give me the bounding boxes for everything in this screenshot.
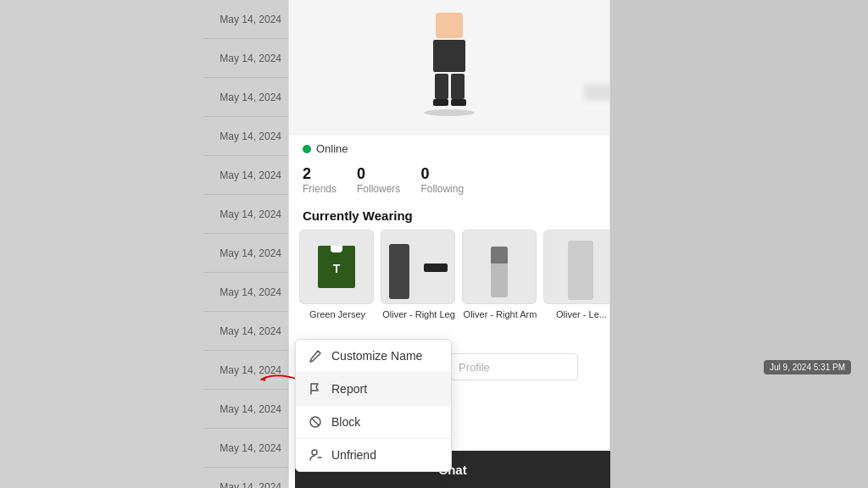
date-row: May 14, 2024 — [203, 312, 288, 351]
avatar — [415, 13, 483, 131]
partial-thumbnail — [543, 230, 609, 304]
timestamp-bubble: Jul 9, 2024 5:31 PM — [764, 360, 851, 374]
wearing-item-jersey[interactable]: T Green Jersey — [299, 230, 376, 320]
arm-thumbnail — [462, 230, 537, 304]
stats-row: 2 Friends 0 Followers 0 Following — [289, 158, 609, 205]
avatar-shadow — [424, 109, 475, 116]
online-label: Online — [316, 142, 348, 155]
online-indicator — [303, 145, 311, 153]
generic-figure — [568, 241, 593, 300]
avatar-shoes — [415, 99, 483, 106]
avatar-legs — [415, 74, 483, 99]
profile-search-box[interactable]: Profile — [451, 353, 578, 380]
avatar-body — [433, 40, 465, 72]
avatar-leg-right — [451, 74, 465, 99]
followers-count: 0 — [357, 165, 400, 183]
block-icon — [308, 414, 323, 430]
stat-friends: 2 Friends — [303, 165, 337, 195]
svg-point-2 — [312, 450, 317, 455]
leg-thumbnail — [381, 230, 455, 304]
date-list: May 14, 2024May 14, 2024May 14, 2024May … — [203, 0, 288, 488]
svg-line-1 — [312, 419, 320, 426]
flag-icon — [308, 381, 323, 396]
following-label: Following — [420, 183, 464, 195]
profile-placeholder: Profile — [459, 361, 490, 374]
username-bar — [584, 84, 610, 101]
pencil-icon — [308, 348, 323, 363]
menu-item-report[interactable]: Report — [296, 373, 451, 406]
leg-figure — [389, 244, 409, 299]
date-row: May 14, 2024 — [203, 156, 288, 195]
stat-following: 0 Following — [420, 165, 464, 195]
date-row: May 14, 2024 — [203, 78, 288, 117]
jersey-number: T — [333, 262, 341, 275]
currently-wearing-title: Currently Wearing — [289, 205, 609, 230]
date-row: May 14, 2024 — [203, 429, 288, 468]
right-leg-name: Oliver - Right Leg — [381, 308, 457, 320]
avatar-shoe-right — [451, 99, 466, 106]
timestamp-text: Jul 9, 2024 5:31 PM — [770, 363, 845, 372]
date-row: May 14, 2024 — [203, 273, 288, 312]
wearing-list: T Green Jersey Oliver - Right Leg Oliver… — [289, 230, 609, 320]
date-row: May 14, 2024 — [203, 117, 288, 156]
arm-figure — [491, 247, 508, 297]
report-label: Report — [331, 382, 367, 396]
block-label: Block — [331, 415, 360, 429]
wearing-item-partial[interactable]: Oliver - Le... — [543, 230, 609, 320]
menu-item-customize[interactable]: Customize Name — [296, 340, 451, 373]
jersey-thumbnail: T — [299, 230, 374, 304]
jersey-icon: T — [311, 237, 362, 297]
leg-shoe — [424, 263, 448, 272]
online-status: Online — [289, 136, 609, 158]
arm-sleeve — [491, 247, 508, 263]
right-arm-name: Oliver - Right Arm — [462, 308, 538, 320]
partial-name: Oliver - Le... — [543, 308, 609, 320]
background-sidebar: May 14, 2024May 14, 2024May 14, 2024May … — [0, 0, 288, 488]
jersey-collar — [331, 246, 342, 252]
menu-item-block[interactable]: Block — [296, 406, 451, 439]
jersey-name: Green Jersey — [299, 308, 376, 320]
avatar-shoe-left — [433, 99, 448, 106]
friends-count: 2 — [303, 165, 337, 183]
following-count: 0 — [420, 165, 464, 183]
date-row: May 14, 2024 — [203, 234, 288, 273]
customize-label: Customize Name — [331, 349, 422, 363]
context-menu: Customize Name Report Block Unfriend — [295, 339, 452, 472]
unfriend-label: Unfriend — [331, 448, 376, 462]
stat-followers: 0 Followers — [357, 165, 400, 195]
avatar-head — [436, 13, 463, 38]
date-row: May 14, 2024 — [203, 195, 288, 234]
date-row: May 14, 2024 — [203, 468, 288, 488]
jersey-body: T — [318, 246, 355, 288]
menu-item-unfriend[interactable]: Unfriend — [296, 439, 451, 471]
wearing-item-right-arm[interactable]: Oliver - Right Arm — [462, 230, 538, 320]
avatar-leg-left — [435, 74, 448, 99]
date-row: May 14, 2024 — [203, 0, 288, 39]
avatar-section — [289, 0, 609, 136]
wearing-item-right-leg[interactable]: Oliver - Right Leg — [381, 230, 457, 320]
followers-label: Followers — [357, 183, 400, 195]
date-row: May 14, 2024 — [203, 39, 288, 78]
date-row: May 14, 2024 — [203, 390, 288, 429]
right-panel — [610, 0, 868, 488]
friends-label: Friends — [303, 183, 337, 195]
unfriend-icon — [308, 447, 323, 463]
